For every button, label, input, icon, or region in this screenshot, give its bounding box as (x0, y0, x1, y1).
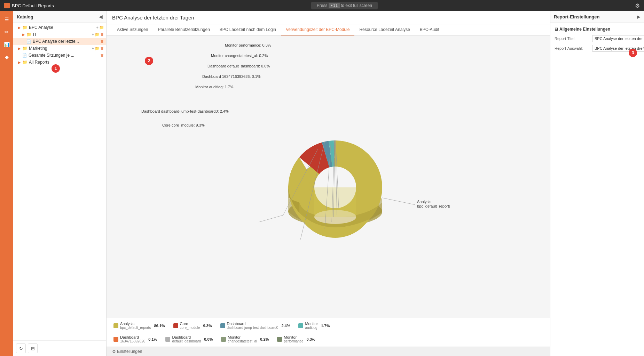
delete-icon-marketing[interactable]: 🗑 (100, 46, 104, 51)
legend-item-monitor-auditlog: Monitor auditlog 1.7% (298, 322, 330, 330)
tab-parallele[interactable]: Parallele Benutzersitzungen (153, 24, 214, 35)
report-select-row: Report-Auswahl: BPC Analyse der letzten … (555, 45, 640, 52)
folder-icon-all-reports: 📁 (22, 60, 28, 65)
legend-label-core: Core (180, 322, 200, 326)
legend-sublabel-dashboard-default: default_dashboard (172, 339, 201, 343)
legend-item-monitor-change: Monitor changestatetest_al 0.2% (221, 335, 269, 343)
legend-area: Analysis bpc_default_reports 86.1% Core … (107, 318, 550, 347)
catalog-bottom: ↻ ⊞ (13, 340, 106, 356)
legend-sublabel-monitor-perf: performance (284, 339, 303, 343)
legend-label-dashboard-default: Dashboard (172, 335, 201, 339)
folder-add-icon-marketing[interactable]: 📁 (95, 46, 100, 51)
legend-value-dashboard-1634: 0.1% (148, 337, 157, 341)
folder-add-icon-it[interactable]: 📁 (95, 32, 100, 37)
tree-actions-marketing[interactable]: + 📁 🗑 (92, 46, 104, 51)
tree-item-marketing[interactable]: ▶ 📁 Marketing + 📁 🗑 (13, 45, 106, 52)
catalog-title: Katalog (17, 14, 33, 19)
refresh-button[interactable]: ↻ (16, 343, 26, 353)
legend-sublabel-monitor-auditlog: auditlog (305, 326, 318, 330)
tree-actions-bpc-analyse[interactable]: + 📁 (96, 25, 104, 30)
section-collapse-icon[interactable]: ⊟ (555, 27, 558, 32)
legend-sublabel-core: core_module (180, 326, 200, 330)
report-title-row: Report-Titel: (555, 35, 640, 42)
legend-value-dashboard-default: 0.0% (204, 337, 213, 341)
step-badge-1: 1 (52, 64, 60, 73)
tree-item-bpc-analyse[interactable]: ▶ 📁 BPC Analyse + 📁 (13, 24, 106, 31)
chart-container: Analysis bpc_default_reports: 86.1% (113, 39, 543, 314)
tree-label-it: IT (33, 32, 91, 37)
legend-sublabel-dashboard-jump: dashboard-jump-test-dashboard0 (227, 326, 278, 330)
main-content: BPC Analyse der letzten drei Tagen Aktiv… (107, 11, 550, 356)
tree-item-bpc-analyse-report[interactable]: 📄 BPC Analyse der letzte... 🗑 (13, 38, 106, 45)
delete-icon-it[interactable]: 🗑 (100, 32, 104, 37)
grid-button[interactable]: ⊞ (28, 343, 38, 353)
legend-label-dashboard-1634: Dashboard (120, 335, 145, 339)
right-panel: 3 Report-Einstellungen ▶ ⊟ Allgemeine Ei… (550, 11, 644, 356)
catalog-collapse-button[interactable]: ◀ (99, 14, 103, 19)
tree-item-gesamte[interactable]: 📄 Gesamte Sitzungen je ... 🗑 (13, 52, 106, 59)
tab-bpc-ladezeit[interactable]: BPC Ladezeit nach dem Login (215, 24, 281, 35)
catalog-panel: Katalog ◀ 1 ▶ 📁 BPC Analyse + 📁 ▶ (13, 11, 107, 356)
nav-icon-edit[interactable]: ✏ (1, 26, 12, 38)
file-icon-bpc: 📄 (26, 39, 31, 44)
tree-item-all-reports[interactable]: ▶ 📁 All Reports (13, 59, 106, 66)
tab-resource[interactable]: Resource Ladezeit Analyse (354, 24, 415, 35)
report-title-input[interactable] (592, 35, 644, 42)
pie-chart-svg: Analysis bpc_default_reports: 86.1% (206, 104, 450, 250)
legend-color-core (173, 323, 178, 328)
nav-icon-menu[interactable]: ☰ (1, 14, 12, 25)
legend-label-analysis: Analysis (120, 322, 151, 326)
right-panel-expand-button[interactable]: ▶ (637, 14, 641, 19)
legend-item-analysis: Analysis bpc_default_reports 86.1% (113, 322, 165, 330)
app-logo (4, 3, 10, 8)
step-badge-2: 2 (145, 57, 153, 65)
legend-sublabel-monitor-change: changestatetest_al (228, 339, 257, 343)
add-icon-marketing[interactable]: + (92, 46, 94, 51)
label-dashboard-jump: Dashboard dashboard-jump-test-dashboard0… (141, 109, 229, 114)
label-monitor-change: Monitor changestatetest_al: 0.2% (211, 53, 268, 58)
svg-line-5 (259, 215, 283, 222)
settings-icon[interactable]: ⚙ (635, 2, 640, 9)
report-header: BPC Analyse der letzten drei Tagen (107, 11, 550, 24)
tree-label-bpc-report: BPC Analyse der letzte... (33, 39, 99, 44)
legend-value-monitor-perf: 0.3% (307, 337, 315, 341)
label-core-module: Core core_module: 9.3% (162, 123, 205, 128)
tab-verwendungszeit[interactable]: Verwendungszeit der BPC-Module (281, 24, 354, 35)
nav-icon-chart[interactable]: 📊 (1, 39, 12, 50)
delete-icon-bpc-report[interactable]: 🗑 (100, 39, 104, 43)
dropdown-arrow-icon: ▼ (643, 46, 644, 50)
tabs-bar: Aktive Sitzungen Parallele Benutzersitzu… (107, 24, 550, 36)
tree-actions-bpc-report[interactable]: 🗑 (100, 39, 104, 43)
tree-item-it[interactable]: ▶ 📁 IT + 📁 🗑 (13, 31, 106, 38)
tree-actions-gesamte[interactable]: 🗑 (100, 53, 104, 57)
add-icon-it[interactable]: + (92, 32, 94, 37)
file-icon-gesamte: 📄 (22, 53, 27, 58)
fullscreen-hint: Press F11 to exit full screen (311, 2, 378, 9)
tab-bpc-audit[interactable]: BPC-Audit (415, 24, 444, 35)
tree-label-gesamte: Gesamte Sitzungen je ... (29, 53, 99, 58)
add-icon[interactable]: + (96, 25, 99, 30)
legend-color-monitor-perf (277, 337, 282, 342)
folder-icon-bpc-analyse: 📁 (22, 25, 28, 30)
tree-label-bpc-analyse: BPC Analyse (29, 25, 95, 30)
label-dashboard-default: Dashboard default_dashboard: 0.0% (207, 64, 270, 69)
label-analysis-sub: bpc_default_reports: 86.1% (417, 204, 450, 208)
svg-rect-2 (314, 187, 356, 217)
legend-item-dashboard-default: Dashboard default_dashboard 0.0% (165, 335, 213, 343)
legend-color-monitor-change (221, 337, 226, 342)
label-dashboard-1634: Dashboard 1634716392626: 0.1% (202, 74, 261, 79)
folder-icon-marketing: 📁 (22, 46, 28, 51)
folder-add-icon[interactable]: 📁 (99, 25, 104, 30)
tab-aktive-sitzungen[interactable]: Aktive Sitzungen (112, 24, 153, 35)
settings-label[interactable]: ⚙ Einstellungen (112, 349, 142, 354)
legend-color-dashboard-default (165, 337, 170, 342)
delete-icon-gesamte[interactable]: 🗑 (100, 53, 104, 57)
folder-icon-it: 📁 (26, 32, 32, 37)
legend-label-monitor-perf: Monitor (284, 335, 303, 339)
label-monitor-perf: Monitor performance: 0.3% (225, 43, 271, 48)
legend-sublabel-analysis: bpc_default_reports (120, 326, 151, 330)
report-title: BPC Analyse der letzten drei Tagen (112, 15, 194, 21)
chart-area: 2 (107, 36, 550, 318)
nav-icon-data[interactable]: ◆ (1, 51, 12, 63)
tree-actions-it[interactable]: + 📁 🗑 (92, 32, 104, 37)
